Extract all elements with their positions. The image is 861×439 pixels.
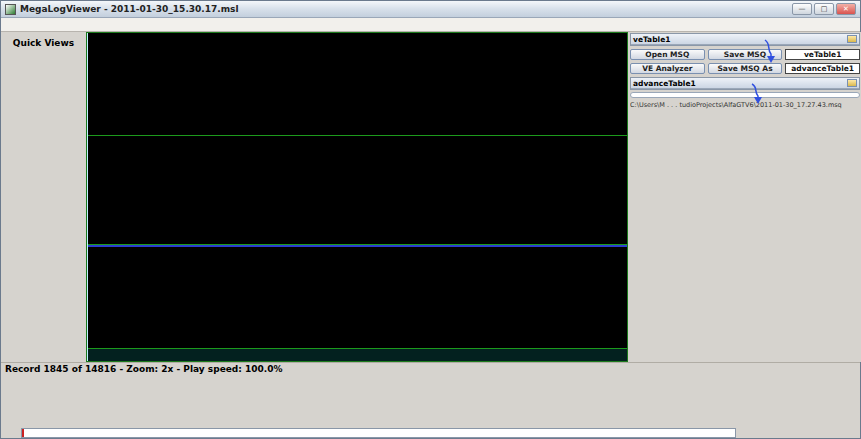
ve-analyzer-button[interactable]: VE Analyzer (630, 63, 705, 74)
graph-area[interactable] (86, 32, 628, 362)
tab-ve-table[interactable]: veTable1 (785, 49, 860, 60)
record-status-text: Record 1845 of 14816 - Zoom: 2x - Play s… (1, 364, 856, 374)
playback-progress-bar[interactable] (21, 428, 736, 438)
table-palette-icon[interactable] (847, 35, 857, 43)
playback-cursor-line[interactable] (87, 33, 88, 361)
time-axis (87, 348, 627, 361)
status-row: Record 1845 of 14816 - Zoom: 2x - Play s… (1, 362, 860, 374)
playback-row (1, 425, 860, 439)
maximize-button[interactable]: □ (814, 3, 834, 15)
close-button[interactable]: ✕ (836, 3, 856, 15)
menu-bar (1, 18, 860, 32)
window-title: MegaLogViewer - 2011-01-30_15.30.17.msl (20, 4, 239, 14)
table-palette-icon[interactable] (847, 79, 857, 87)
tuning-panel: veTable1 Open MSQ Save MSQ veTable1 VE A… (628, 32, 861, 362)
graph3-top-line (87, 245, 627, 247)
title-bar: MegaLogViewer - 2011-01-30_15.30.17.msl … (1, 1, 860, 18)
ve-table-panel: veTable1 (630, 33, 860, 46)
save-msq-as-button[interactable]: Save MSQ As (708, 63, 783, 74)
save-msq-button[interactable]: Save MSQ (708, 49, 783, 60)
open-msq-button[interactable]: Open MSQ (630, 49, 705, 60)
app-window: MegaLogViewer - 2011-01-30_15.30.17.msl … (0, 0, 861, 439)
ve-table-title: veTable1 (633, 35, 846, 44)
quick-views-title: Quick Views (4, 38, 83, 48)
tab-advance-table[interactable]: advanceTable1 (785, 63, 860, 74)
advance-table-title: advanceTable1 (633, 79, 846, 88)
advance-table-panel: advanceTable1 (630, 77, 860, 90)
gauge-panel (1, 374, 860, 425)
app-icon (5, 4, 16, 15)
graph2-plot[interactable] (87, 136, 627, 245)
graph3-plot[interactable] (87, 245, 627, 347)
msq-file-path: C:\Users\M . . . tudioProjects\AlfaGTV6\… (630, 101, 860, 109)
graph1-plot[interactable] (87, 33, 627, 136)
quick-views-sidebar: Quick Views (1, 32, 86, 362)
minimize-button[interactable]: — (792, 3, 812, 15)
table-horizontal-scrollbar[interactable] (630, 92, 860, 98)
